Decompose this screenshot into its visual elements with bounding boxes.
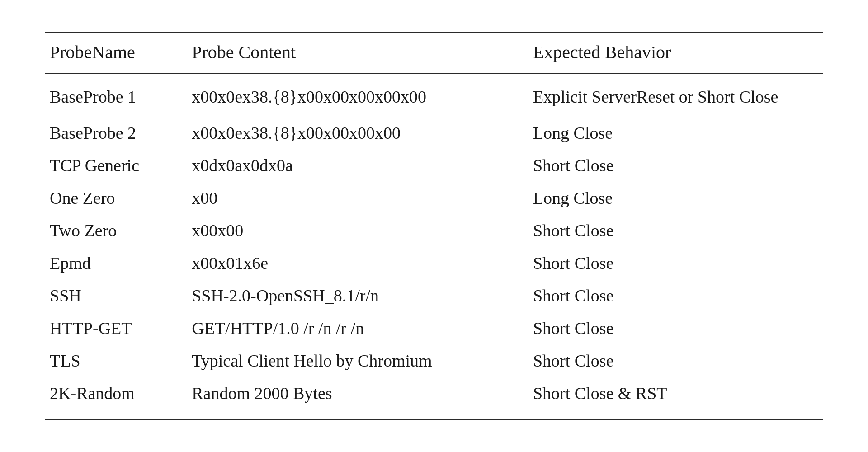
cell-probe-name: HTTP-GET	[45, 312, 187, 344]
cell-expected-behavior: Short Close	[528, 279, 823, 312]
table-row: BaseProbe 1x00x0ex38.{8}x00x00x00x00x00E…	[45, 74, 823, 111]
cell-expected-behavior: Long Close	[528, 110, 823, 149]
table-row: BaseProbe 2x00x0ex38.{8}x00x00x00x00Long…	[45, 110, 823, 149]
cell-probe-name: One Zero	[45, 182, 187, 214]
probe-table: ProbeName Probe Content Expected Behavio…	[45, 32, 823, 420]
cell-probe-content: SSH-2.0-OpenSSH_8.1/r/n	[187, 279, 528, 312]
table-row: TLSTypical Client Hello by ChromiumShort…	[45, 344, 823, 377]
table-row: One Zerox00Long Close	[45, 182, 823, 214]
cell-expected-behavior: Short Close	[528, 344, 823, 377]
cell-probe-name: 2K-Random	[45, 377, 187, 410]
table-row: HTTP-GETGET/HTTP/1.0 /r /n /r /nShort Cl…	[45, 312, 823, 344]
cell-expected-behavior: Short Close	[528, 214, 823, 247]
table-row: Two Zerox00x00Short Close	[45, 214, 823, 247]
cell-probe-content: x0dx0ax0dx0a	[187, 149, 528, 182]
cell-expected-behavior: Short Close	[528, 149, 823, 182]
cell-probe-name: TLS	[45, 344, 187, 377]
table-row: TCP Genericx0dx0ax0dx0aShort Close	[45, 149, 823, 182]
cell-probe-content: Random 2000 Bytes	[187, 377, 528, 410]
cell-probe-name: BaseProbe 2	[45, 110, 187, 149]
cell-probe-name: Epmd	[45, 247, 187, 279]
cell-probe-name: BaseProbe 1	[45, 74, 187, 111]
cell-probe-content: x00x0ex38.{8}x00x00x00x00	[187, 110, 528, 149]
cell-probe-name: SSH	[45, 279, 187, 312]
cell-probe-content: x00x00	[187, 214, 528, 247]
cell-probe-content: x00x0ex38.{8}x00x00x00x00x00	[187, 74, 528, 111]
cell-probe-content: x00x01x6e	[187, 247, 528, 279]
cell-expected-behavior: Short Close	[528, 312, 823, 344]
cell-expected-behavior: Short Close	[528, 247, 823, 279]
cell-probe-content: GET/HTTP/1.0 /r /n /r /n	[187, 312, 528, 344]
cell-expected-behavior: Short Close & RST	[528, 377, 823, 410]
cell-probe-content: Typical Client Hello by Chromium	[187, 344, 528, 377]
table-row: Epmdx00x01x6eShort Close	[45, 247, 823, 279]
table-container: ProbeName Probe Content Expected Behavio…	[27, 23, 841, 429]
table-row: SSHSSH-2.0-OpenSSH_8.1/r/nShort Close	[45, 279, 823, 312]
header-probe-content: Probe Content	[187, 33, 528, 74]
cell-expected-behavior: Explicit ServerReset or Short Close	[528, 74, 823, 111]
header-probe-name: ProbeName	[45, 33, 187, 74]
cell-probe-content: x00	[187, 182, 528, 214]
table-row: 2K-RandomRandom 2000 BytesShort Close & …	[45, 377, 823, 410]
table-footer-row	[45, 410, 823, 419]
table-header-row: ProbeName Probe Content Expected Behavio…	[45, 33, 823, 74]
header-expected-behavior: Expected Behavior	[528, 33, 823, 74]
cell-probe-name: TCP Generic	[45, 149, 187, 182]
cell-probe-name: Two Zero	[45, 214, 187, 247]
cell-expected-behavior: Long Close	[528, 182, 823, 214]
